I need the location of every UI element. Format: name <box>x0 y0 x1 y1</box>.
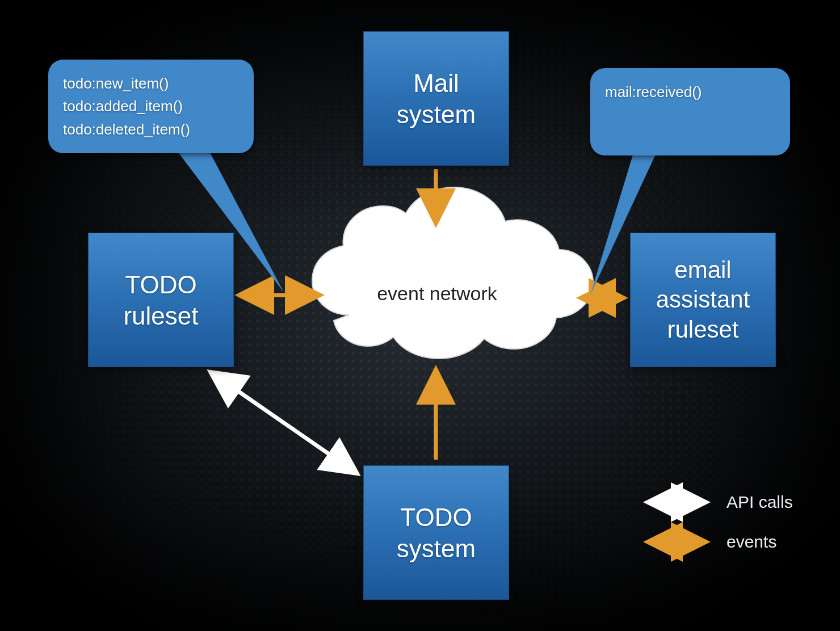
node-todo-ruleset-label: TODOruleset <box>120 269 201 331</box>
callout-todo-events: todo:new_item() todo:added_item() todo:d… <box>48 60 254 153</box>
node-email-assistant-ruleset: emailassistantruleset <box>630 233 776 367</box>
node-email-assistant-label: emailassistantruleset <box>653 255 754 345</box>
node-todo-system: TODOsystem <box>363 465 509 600</box>
arrow-todo-ruleset-todo-system <box>210 372 358 474</box>
node-mail-system: Mailsystem <box>363 31 509 166</box>
callout-mail-line-0: mail:received() <box>605 81 775 103</box>
node-todo-ruleset: TODOruleset <box>88 233 234 367</box>
node-event-network-label: event network <box>358 283 516 305</box>
cloud-shape <box>312 187 593 359</box>
diagram-stage: Mailsystem TODOruleset emailassistantrul… <box>0 0 840 631</box>
legend-events-label: events <box>726 532 776 552</box>
node-todo-system-label: TODOsystem <box>393 502 479 564</box>
callout-mail-events: mail:received() <box>590 68 790 155</box>
node-mail-system-label: Mailsystem <box>393 68 479 130</box>
callout-todo-line-0: todo:new_item() <box>63 72 239 95</box>
callout-todo-line-1: todo:added_item() <box>63 95 239 117</box>
callout-todo-line-2: todo:deleted_item() <box>63 118 239 141</box>
legend-api-calls-label: API calls <box>726 493 793 512</box>
